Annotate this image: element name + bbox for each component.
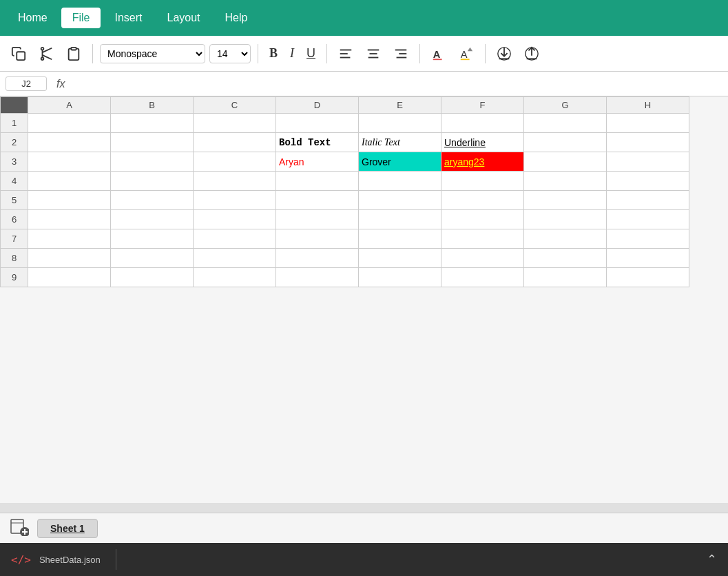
add-sheet-button[interactable] bbox=[7, 514, 32, 543]
upload-button[interactable] bbox=[520, 43, 543, 65]
cell-G9[interactable] bbox=[524, 268, 607, 287]
cell-C4[interactable] bbox=[194, 172, 276, 191]
cell-H5[interactable] bbox=[607, 191, 689, 210]
spreadsheet-scroll[interactable]: A B C D E F G H 12Bold TextItalic TextUn… bbox=[0, 96, 728, 503]
cell-H9[interactable] bbox=[607, 268, 689, 287]
align-center-button[interactable] bbox=[362, 43, 385, 65]
cell-A8[interactable] bbox=[28, 249, 111, 268]
cell-B1[interactable] bbox=[111, 114, 194, 133]
cell-G6[interactable] bbox=[524, 210, 607, 229]
cell-G2[interactable] bbox=[524, 133, 607, 152]
cell-H1[interactable] bbox=[607, 114, 689, 133]
menu-file[interactable]: File bbox=[61, 8, 101, 28]
col-header-D[interactable]: D bbox=[276, 97, 359, 114]
paste-button[interactable] bbox=[62, 43, 85, 65]
font-selector[interactable]: Monospace Arial Times New Roman bbox=[100, 44, 205, 63]
cell-C2[interactable] bbox=[194, 133, 276, 152]
cell-H7[interactable] bbox=[607, 229, 689, 249]
cell-E7[interactable] bbox=[359, 229, 441, 249]
cell-D3[interactable]: Aryan bbox=[276, 152, 359, 172]
menu-insert[interactable]: Insert bbox=[103, 8, 153, 28]
copy-button[interactable] bbox=[7, 43, 30, 65]
cell-C6[interactable] bbox=[194, 210, 276, 229]
horizontal-scrollbar[interactable] bbox=[0, 503, 728, 513]
cell-A1[interactable] bbox=[28, 114, 111, 133]
cell-F1[interactable] bbox=[441, 114, 524, 133]
cell-F6[interactable] bbox=[441, 210, 524, 229]
cell-C9[interactable] bbox=[194, 268, 276, 287]
cell-G7[interactable] bbox=[524, 229, 607, 249]
cell-E8[interactable] bbox=[359, 249, 441, 268]
col-header-F[interactable]: F bbox=[441, 97, 524, 114]
cell-E4[interactable] bbox=[359, 172, 441, 191]
font-size-selector[interactable]: 14 10 12 16 18 bbox=[209, 44, 251, 63]
cell-E2[interactable]: Italic Text bbox=[359, 133, 441, 152]
cell-F8[interactable] bbox=[441, 249, 524, 268]
cell-H6[interactable] bbox=[607, 210, 689, 229]
cell-C5[interactable] bbox=[194, 191, 276, 210]
cell-E3[interactable]: Grover bbox=[359, 152, 441, 172]
align-left-button[interactable] bbox=[334, 43, 357, 65]
col-header-G[interactable]: G bbox=[524, 97, 607, 114]
cell-C8[interactable] bbox=[194, 249, 276, 268]
cell-H4[interactable] bbox=[607, 172, 689, 191]
cell-D1[interactable] bbox=[276, 114, 359, 133]
cell-C7[interactable] bbox=[194, 229, 276, 249]
cell-B3[interactable] bbox=[111, 152, 194, 172]
cell-D4[interactable] bbox=[276, 172, 359, 191]
cell-B8[interactable] bbox=[111, 249, 194, 268]
cell-A6[interactable] bbox=[28, 210, 111, 229]
cell-H8[interactable] bbox=[607, 249, 689, 268]
sheet-tab-1[interactable]: Sheet 1 bbox=[37, 519, 98, 538]
cell-A2[interactable] bbox=[28, 133, 111, 152]
underline-button[interactable]: U bbox=[302, 43, 320, 64]
menu-help[interactable]: Help bbox=[214, 8, 259, 28]
cell-D8[interactable] bbox=[276, 249, 359, 268]
cell-D5[interactable] bbox=[276, 191, 359, 210]
cell-B6[interactable] bbox=[111, 210, 194, 229]
cell-G4[interactable] bbox=[524, 172, 607, 191]
highlight-color-button[interactable]: A bbox=[455, 43, 478, 65]
col-header-C[interactable]: C bbox=[194, 97, 276, 114]
cell-B4[interactable] bbox=[111, 172, 194, 191]
cell-D9[interactable] bbox=[276, 268, 359, 287]
cell-B7[interactable] bbox=[111, 229, 194, 249]
cell-H2[interactable] bbox=[607, 133, 689, 152]
italic-button[interactable]: I bbox=[286, 43, 298, 64]
cell-D2[interactable]: Bold Text bbox=[276, 133, 359, 152]
cell-B9[interactable] bbox=[111, 268, 194, 287]
cell-F7[interactable] bbox=[441, 229, 524, 249]
cell-B2[interactable] bbox=[111, 133, 194, 152]
cut-button[interactable] bbox=[34, 43, 58, 65]
status-collapse-arrow[interactable]: ⌃ bbox=[707, 552, 717, 567]
cell-C1[interactable] bbox=[194, 114, 276, 133]
cell-A4[interactable] bbox=[28, 172, 111, 191]
cell-F5[interactable] bbox=[441, 191, 524, 210]
cell-D6[interactable] bbox=[276, 210, 359, 229]
cell-G1[interactable] bbox=[524, 114, 607, 133]
cell-F3[interactable]: aryang23 bbox=[441, 152, 524, 172]
col-header-H[interactable]: H bbox=[607, 97, 689, 114]
menu-home[interactable]: Home bbox=[7, 8, 59, 28]
cell-G3[interactable] bbox=[524, 152, 607, 172]
cell-A3[interactable] bbox=[28, 152, 111, 172]
col-header-A[interactable]: A bbox=[28, 97, 111, 114]
bold-button[interactable]: B bbox=[265, 43, 282, 64]
cell-B5[interactable] bbox=[111, 191, 194, 210]
cell-E9[interactable] bbox=[359, 268, 441, 287]
cell-E1[interactable] bbox=[359, 114, 441, 133]
formula-input[interactable] bbox=[74, 79, 722, 90]
cell-A9[interactable] bbox=[28, 268, 111, 287]
cell-A5[interactable] bbox=[28, 191, 111, 210]
cell-reference[interactable]: J2 bbox=[6, 76, 47, 91]
cell-E6[interactable] bbox=[359, 210, 441, 229]
menu-layout[interactable]: Layout bbox=[156, 8, 211, 28]
cell-F4[interactable] bbox=[441, 172, 524, 191]
cell-E5[interactable] bbox=[359, 191, 441, 210]
text-color-button[interactable]: A bbox=[427, 43, 450, 65]
cell-C3[interactable] bbox=[194, 152, 276, 172]
align-right-button[interactable] bbox=[389, 43, 413, 65]
cell-F2[interactable]: Underline bbox=[441, 133, 524, 152]
cell-G5[interactable] bbox=[524, 191, 607, 210]
cell-G8[interactable] bbox=[524, 249, 607, 268]
